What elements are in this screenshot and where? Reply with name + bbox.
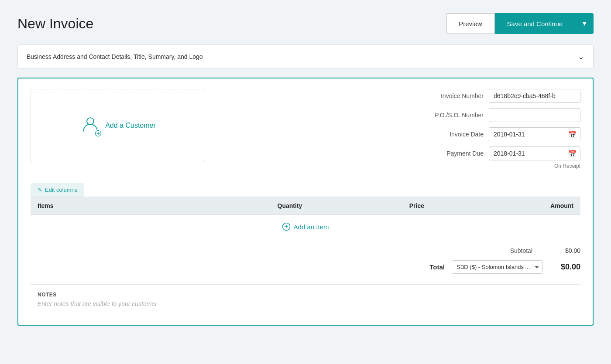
invoice-top: Add a Customer Invoice Number P.O./S.O. … bbox=[31, 89, 580, 169]
edit-columns-button[interactable]: ✎ Edit columns bbox=[31, 183, 84, 197]
col-quantity: Quantity bbox=[150, 197, 311, 215]
col-amount: Amount bbox=[433, 197, 580, 215]
add-item-button[interactable]: Add an Item bbox=[282, 223, 329, 231]
invoice-card: Add a Customer Invoice Number P.O./S.O. … bbox=[17, 78, 594, 326]
add-item-label: Add an Item bbox=[294, 223, 329, 231]
invoice-fields: Invoice Number P.O./S.O. Number Invoice … bbox=[415, 89, 580, 169]
total-label: Total bbox=[429, 263, 445, 271]
chevron-down-icon: ⌄ bbox=[578, 52, 584, 61]
plus-icon bbox=[95, 130, 102, 137]
page-title: New Invoice bbox=[17, 16, 93, 32]
invoice-date-wrap: 📅 bbox=[489, 127, 580, 141]
items-table: Items Quantity Price Amount bbox=[31, 197, 580, 240]
invoice-number-row: Invoice Number bbox=[415, 89, 580, 103]
plus-circle-icon bbox=[282, 223, 290, 231]
collapsible-section-label: Business Address and Contact Details, Ti… bbox=[27, 53, 203, 60]
payment-due-label: Payment Due bbox=[446, 150, 484, 157]
collapsible-section[interactable]: Business Address and Contact Details, Ti… bbox=[17, 44, 594, 69]
preview-button[interactable]: Preview bbox=[446, 13, 494, 34]
po-so-label: P.O./S.O. Number bbox=[435, 112, 484, 119]
edit-columns-label: Edit columns bbox=[45, 187, 77, 193]
invoice-date-row: Invoice Date 📅 bbox=[415, 127, 580, 141]
invoice-number-input[interactable] bbox=[489, 89, 580, 103]
col-items: Items bbox=[31, 197, 150, 215]
notes-label: NOTES bbox=[38, 292, 573, 298]
currency-select[interactable]: SBD ($) - Solomon Islands ... bbox=[452, 260, 543, 274]
add-item-row: Add an Item bbox=[31, 215, 580, 240]
payment-due-row: Payment Due 📅 bbox=[415, 146, 580, 160]
total-main-row: Total SBD ($) - Solomon Islands ... $0.0… bbox=[429, 260, 580, 274]
header-actions: Preview Save and Continue ▼ bbox=[446, 13, 594, 34]
chevron-down-icon: ▼ bbox=[581, 20, 587, 27]
items-section: ✎ Edit columns Items Quantity Price Amou… bbox=[31, 183, 580, 314]
add-customer-button[interactable]: Add a Customer bbox=[80, 115, 156, 136]
invoice-number-label: Invoice Number bbox=[441, 92, 484, 99]
payment-due-input[interactable] bbox=[489, 146, 580, 160]
subtotal-label: Subtotal bbox=[510, 247, 532, 254]
totals-area: Subtotal $0.00 Total SBD ($) - Solomon I… bbox=[31, 240, 580, 281]
add-item-cell: Add an Item bbox=[31, 215, 580, 240]
save-continue-button[interactable]: Save and Continue bbox=[495, 13, 575, 34]
col-price: Price bbox=[311, 197, 433, 215]
svg-point-0 bbox=[87, 118, 94, 125]
payment-due-wrap: 📅 bbox=[489, 146, 580, 160]
total-value: $0.00 bbox=[550, 262, 580, 272]
notes-placeholder[interactable]: Enter notes that are visible to your cus… bbox=[38, 300, 573, 307]
customer-icon-wrap bbox=[80, 115, 101, 136]
notes-section: NOTES Enter notes that are visible to yo… bbox=[31, 284, 580, 314]
add-customer-label: Add a Customer bbox=[105, 122, 156, 129]
table-header: Items Quantity Price Amount bbox=[31, 197, 580, 215]
customer-box[interactable]: Add a Customer bbox=[31, 89, 205, 162]
invoice-date-input[interactable] bbox=[489, 127, 580, 141]
invoice-date-label: Invoice Date bbox=[450, 131, 484, 138]
subtotal-value: $0.00 bbox=[550, 247, 580, 254]
save-continue-dropdown-button[interactable]: ▼ bbox=[575, 13, 594, 34]
po-so-row: P.O./S.O. Number bbox=[415, 108, 580, 122]
page-header: New Invoice Preview Save and Continue ▼ bbox=[17, 13, 594, 34]
on-receipt-text: On Receipt bbox=[415, 163, 580, 169]
subtotal-row: Subtotal $0.00 bbox=[371, 247, 580, 254]
pencil-icon: ✎ bbox=[38, 187, 42, 193]
po-so-input[interactable] bbox=[489, 108, 580, 122]
